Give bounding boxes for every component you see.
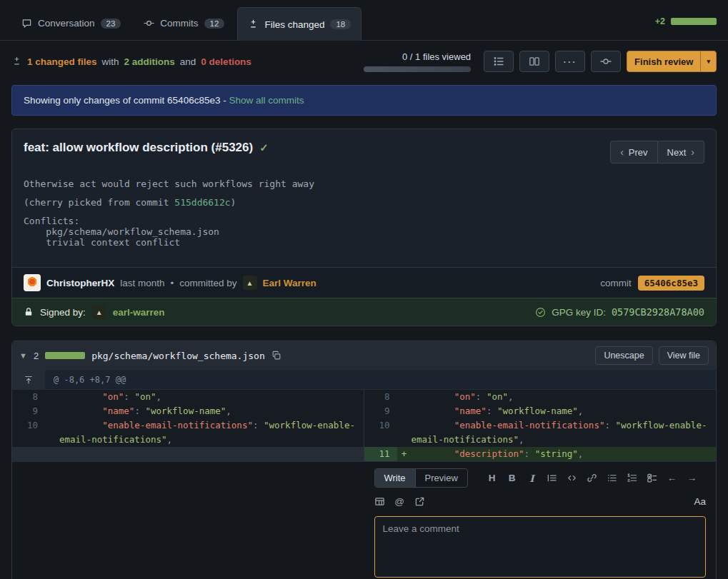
commit-message-line: Otherwise act would reject such workflow… — [24, 178, 704, 189]
signed-by-label: Signed by: — [40, 307, 86, 318]
commit-card: feat: allow workflow description (#5326)… — [11, 129, 717, 326]
heading-icon[interactable]: H — [487, 473, 497, 484]
gpg-key-id: 0579CB2928A78A00 — [612, 306, 704, 318]
commit-icon — [144, 18, 154, 29]
file-actions: Unescape View file — [595, 346, 709, 365]
lock-icon — [24, 307, 34, 317]
commit-select-button[interactable] — [591, 51, 621, 72]
tab-label: Conversation — [38, 18, 95, 29]
tab-preview[interactable]: Preview — [415, 469, 467, 487]
arrow-right-icon[interactable]: → — [687, 473, 697, 484]
arrow-left-icon[interactable]: ← — [667, 473, 677, 484]
copy-filename-icon[interactable] — [271, 351, 281, 361]
reference-icon[interactable] — [414, 495, 425, 507]
table-icon[interactable] — [374, 495, 385, 507]
diff-row: 9 "name": "workflow-name",9 "name": "wor… — [12, 404, 716, 418]
diff-line-number[interactable]: 9 — [364, 404, 397, 418]
file-tree-toggle-button[interactable] — [484, 51, 514, 72]
comment-textarea[interactable] — [374, 516, 707, 578]
tab-commits[interactable]: Commits 12 — [134, 6, 234, 40]
prev-commit-button[interactable]: ‹Prev — [610, 141, 657, 163]
committer-avatar[interactable]: ▲ — [243, 276, 257, 290]
commit-label: commit — [600, 278, 632, 288]
diff-line-number[interactable]: 8 — [364, 390, 397, 404]
next-commit-button[interactable]: Next› — [658, 141, 704, 163]
diffstat-added-label: +2 — [655, 16, 665, 26]
italic-icon[interactable]: I — [527, 473, 537, 484]
diff-table: 8 "on": "on",8 "on": "on",9 "name": "wor… — [12, 390, 716, 461]
commit-sha-badge[interactable]: 65406c85e3 — [638, 276, 704, 291]
author-name[interactable]: ChristopherHX — [46, 278, 114, 288]
changed-files-link[interactable]: 1 changed files — [27, 56, 97, 67]
view-file-button[interactable]: View file — [659, 346, 709, 365]
expand-hunk-button[interactable] — [12, 370, 45, 389]
separator-dot: • — [171, 278, 174, 288]
markdown-toolbar: H B I — [487, 473, 706, 484]
quote-icon[interactable] — [547, 473, 557, 484]
diff-file-box: ▼ 2 pkg/schema/workflow_schema.json Unes… — [11, 341, 717, 579]
author-avatar[interactable] — [24, 274, 41, 291]
tab-count-badge: 12 — [204, 19, 225, 29]
with-text: with — [102, 56, 119, 67]
committer-name[interactable]: Earl Warren — [263, 278, 316, 288]
file-name[interactable]: pkg/schema/workflow_schema.json — [91, 351, 265, 361]
tab-label: Files changed — [264, 19, 324, 30]
bullet-list-icon[interactable] — [607, 473, 617, 484]
cherry-pick-sha-link[interactable]: 515dd6612c — [174, 197, 230, 208]
commit-filter-banner: Showing only changes of commit 65406c85e… — [11, 85, 717, 116]
files-viewed-bar — [364, 66, 471, 72]
and-text: and — [180, 56, 196, 67]
diff-line-sign — [397, 418, 412, 447]
additions-count: 2 additions — [124, 56, 175, 67]
diff-options-button[interactable]: ··· — [555, 51, 585, 72]
diff-summary-row: 1 changed files with 2 additions and 0 d… — [11, 51, 717, 72]
code-icon[interactable] — [567, 473, 577, 484]
diff-line-number[interactable]: 10 — [364, 418, 397, 447]
status-check-icon[interactable]: ✓ — [259, 141, 269, 154]
commit-title: feat: allow workflow description (#5326) — [24, 141, 253, 155]
deletions-count: 0 deletions — [201, 56, 251, 67]
mention-icon[interactable]: @ — [394, 495, 405, 507]
diff-code-line: "on": "on", — [412, 390, 717, 404]
collapse-file-icon[interactable]: ▼ — [19, 351, 27, 360]
diff-file-header: ▼ 2 pkg/schema/workflow_schema.json Unes… — [12, 341, 716, 370]
finish-review-button[interactable]: Finish review ▾ — [627, 51, 717, 72]
verified-icon — [535, 307, 546, 318]
diff-icon — [11, 56, 22, 67]
pr-tabs: Conversation 23 Commits 12 Files changed… — [11, 0, 361, 40]
diff-line-sign — [397, 390, 412, 404]
committed-by-text: committed by — [179, 278, 236, 288]
diff-line-sign: + — [397, 447, 412, 461]
editor-toolbar-row1: Write Preview H B I — [374, 468, 707, 488]
diff-line-number[interactable]: 9 — [12, 404, 45, 418]
unescape-button[interactable]: Unescape — [595, 346, 652, 365]
signer-avatar[interactable]: ▲ — [92, 305, 106, 319]
diff-line-number[interactable]: 11 — [364, 447, 397, 461]
changed-files-summary: 1 changed files with 2 additions and 0 d… — [11, 56, 251, 67]
pr-diffstat: +2 — [655, 16, 717, 40]
diff-row: 10 "enable-email-notifications": "workfl… — [12, 418, 716, 447]
numbered-list-icon[interactable] — [627, 473, 637, 484]
diff-empty-cell — [12, 447, 364, 461]
diff-line-number[interactable]: 10 — [12, 418, 45, 447]
diff-line-number[interactable]: 8 — [12, 390, 45, 404]
file-addition-count: 2 — [34, 351, 39, 361]
show-all-commits-link[interactable]: Show all commits — [229, 95, 304, 106]
tab-files-changed[interactable]: Files changed 18 — [237, 7, 361, 41]
signer-link[interactable]: earl-warren — [113, 307, 165, 318]
tab-write[interactable]: Write — [375, 469, 415, 487]
commit-signature-row: Signed by: ▲ earl-warren GPG key ID: 057… — [12, 298, 716, 326]
diff-line-sign — [45, 390, 59, 404]
diff-code-line: "description": "string", — [412, 447, 717, 461]
tab-label: Commits — [160, 18, 198, 29]
commit-nav: ‹Prev Next› — [610, 141, 704, 163]
inline-comment-strip: Write Preview H B I — [12, 461, 716, 579]
link-icon[interactable] — [587, 473, 597, 484]
tab-conversation[interactable]: Conversation 23 — [11, 6, 131, 40]
file-diffstat-bar — [45, 352, 85, 359]
bold-icon[interactable]: B — [507, 473, 517, 484]
task-list-icon[interactable] — [647, 473, 657, 484]
inline-comment-form: Write Preview H B I — [364, 462, 717, 579]
split-view-toggle-button[interactable] — [519, 51, 549, 72]
text-size-toggle[interactable]: Aa — [694, 496, 706, 507]
